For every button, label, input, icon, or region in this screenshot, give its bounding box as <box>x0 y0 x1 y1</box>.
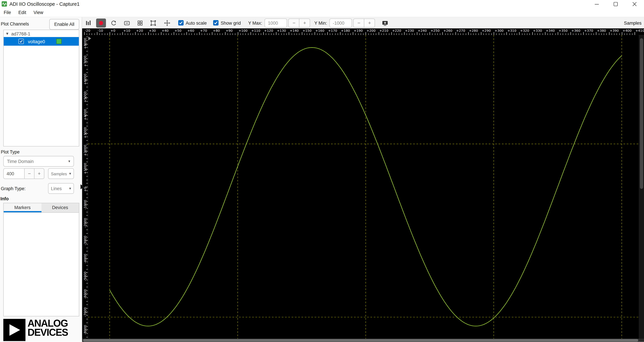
analog-devices-logo: ANALOG DEVICES <box>3 319 68 341</box>
x-tick <box>182 33 182 35</box>
x-tick <box>240 33 240 35</box>
x-tick <box>345 33 346 35</box>
x-tick-label: +380 <box>597 29 606 33</box>
enable-all-button[interactable]: Enable All <box>49 19 79 30</box>
x-tick <box>506 32 507 35</box>
y-tick-label: +2000 <box>84 139 87 156</box>
horizontal-scrollbar-thumb[interactable] <box>83 339 638 341</box>
vertical-scrollbar-thumb[interactable] <box>640 38 643 189</box>
y-max-decrement-button[interactable]: − <box>288 18 300 27</box>
y-tick-label: -4000 <box>84 247 87 263</box>
x-tick <box>601 33 602 35</box>
x-tick <box>366 32 366 35</box>
info-tabbar: Markers Devices <box>3 203 79 213</box>
move-tool-icon[interactable] <box>163 18 172 27</box>
x-tick <box>222 33 223 35</box>
x-tick-label: +10 <box>123 29 130 33</box>
x-tick <box>604 33 604 35</box>
channel-row-voltage0[interactable]: voltage0 <box>4 37 79 46</box>
horizontal-scrollbar[interactable] <box>82 339 639 342</box>
y-max-increment-button[interactable]: + <box>299 18 310 27</box>
auto-scale-checkbox[interactable] <box>178 20 184 26</box>
menu-file[interactable]: File <box>0 10 15 15</box>
x-tick-label: +110 <box>251 29 260 33</box>
y-min-increment-button[interactable]: + <box>364 18 375 27</box>
chevron-down-icon: ▾ <box>68 159 70 163</box>
capture-record-button[interactable] <box>96 18 106 27</box>
y-tick <box>86 315 88 316</box>
x-tick <box>509 33 510 35</box>
grid-view-icon[interactable] <box>136 18 145 27</box>
vertical-scrollbar[interactable] <box>639 35 644 339</box>
fit-plot-icon[interactable] <box>149 18 158 27</box>
close-button[interactable] <box>625 0 644 8</box>
x-tick-label: +390 <box>610 29 619 33</box>
y-tick-label: +3000 <box>84 122 87 138</box>
sample-unit-dropdown[interactable]: Samples ▾ <box>48 168 74 179</box>
y-tick <box>86 244 88 244</box>
screenshot-icon[interactable] <box>122 18 132 27</box>
minimize-button[interactable] <box>587 0 606 8</box>
x-tick <box>542 33 543 35</box>
x-tick <box>340 32 340 35</box>
x-tick <box>135 32 136 35</box>
graph-type-dropdown[interactable]: Lines ▾ <box>48 183 74 194</box>
x-tick <box>404 32 404 35</box>
x-tick <box>632 33 632 35</box>
x-tick <box>391 32 392 35</box>
x-tick <box>396 33 397 35</box>
x-tick <box>122 32 123 35</box>
x-tick <box>473 33 474 35</box>
x-tick-label: +100 <box>238 29 248 33</box>
x-tick <box>371 33 371 35</box>
channel-label: voltage0 <box>28 39 45 44</box>
chevron-down-icon: ▾ <box>69 172 71 176</box>
menu-view[interactable]: View <box>30 10 47 15</box>
x-tick <box>299 33 300 35</box>
y-min-decrement-button[interactable]: − <box>353 18 364 27</box>
x-tick <box>356 33 356 35</box>
x-tick-label: +410 <box>636 29 644 33</box>
channel-settings-icon[interactable] <box>84 18 93 27</box>
x-tick <box>563 33 563 35</box>
plot-canvas[interactable] <box>88 35 639 339</box>
x-tick <box>274 33 274 35</box>
x-tick <box>202 33 202 35</box>
x-tick <box>294 33 294 35</box>
tab-devices[interactable]: Devices <box>41 203 79 212</box>
x-tick <box>527 33 527 35</box>
tree-device-row[interactable]: ▼ ad7768-1 <box>4 30 79 37</box>
x-tick <box>204 33 205 35</box>
new-plot-icon[interactable] <box>381 18 390 27</box>
channel-checkbox[interactable] <box>18 39 24 44</box>
y-tick-label: +7000 <box>84 50 87 67</box>
channel-color-swatch[interactable] <box>56 39 62 44</box>
y-min-input[interactable] <box>330 18 352 27</box>
x-tick <box>163 33 164 35</box>
chevron-down-icon: ▾ <box>69 187 71 191</box>
x-tick <box>97 32 97 35</box>
show-grid-checkbox[interactable] <box>213 20 219 26</box>
y-tick <box>86 333 88 333</box>
tree-expander-icon[interactable]: ▼ <box>6 32 8 35</box>
refresh-icon[interactable] <box>109 18 118 27</box>
x-tick <box>502 33 502 35</box>
x-tick <box>378 32 379 35</box>
plot-type-value: Time Domain <box>7 159 34 164</box>
maximize-button[interactable] <box>606 0 625 8</box>
tab-markers[interactable]: Markers <box>4 203 41 212</box>
x-tick-label: +240 <box>418 29 427 33</box>
x-tick <box>374 33 374 35</box>
y-max-input[interactable] <box>265 18 287 27</box>
sample-count-decrement-button[interactable]: − <box>24 168 34 179</box>
x-tick-label: +310 <box>507 29 516 33</box>
sample-count-input[interactable] <box>3 168 24 179</box>
plot-type-dropdown[interactable]: Time Domain ▾ <box>3 156 74 166</box>
x-tick <box>453 33 453 35</box>
y-tick-label: +1000 <box>84 157 87 174</box>
x-tick <box>448 33 448 35</box>
menu-edit[interactable]: Edit <box>15 10 30 15</box>
show-grid-label: Show grid <box>221 21 241 25</box>
x-tick-label: +290 <box>482 29 491 33</box>
sample-count-increment-button[interactable]: + <box>34 168 44 179</box>
